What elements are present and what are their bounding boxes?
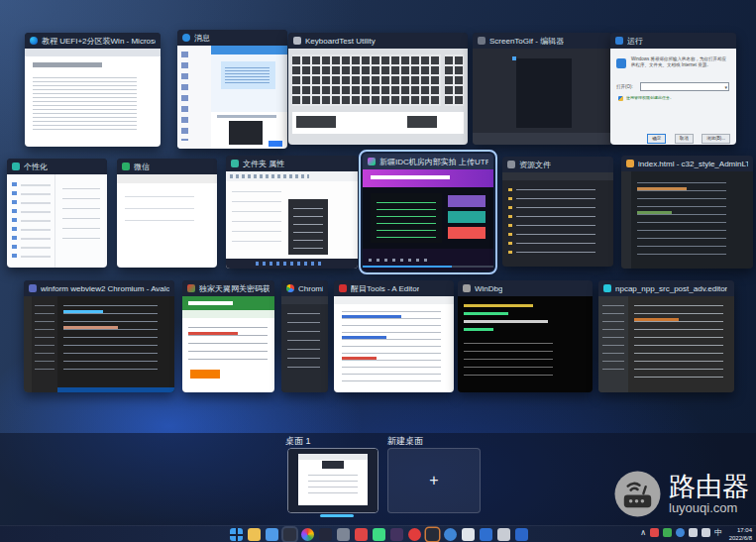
- window-preview: [25, 49, 161, 147]
- ime-icon[interactable]: 中: [714, 528, 722, 537]
- window-preview: [598, 296, 734, 392]
- window-titlebar: 醒目Tools - A Editor: [334, 280, 454, 296]
- window-windbg[interactable]: WinDbg: [458, 280, 593, 392]
- video-player-icon: [368, 158, 376, 165]
- window-titlebar: 个性化: [7, 159, 107, 174]
- color-wheel-icon[interactable]: [301, 528, 314, 541]
- cancel-button[interactable]: 取消: [675, 134, 694, 144]
- shield-icon: [618, 96, 623, 101]
- window-titlebar: index.html - c32_style_AdminLTE - Notepa…: [621, 156, 753, 171]
- window-keyboardtest[interactable]: KeyboardTest Utility: [288, 33, 468, 145]
- website-icon: [187, 284, 195, 292]
- window-gateway-tool-site[interactable]: 独家天翼网关密码获取工具: [182, 280, 274, 392]
- window-title: 文件夹 属性: [243, 159, 284, 169]
- window-preview: [226, 171, 358, 269]
- run-icon: [615, 37, 623, 45]
- dark-app-icon[interactable]: [319, 528, 332, 541]
- window-preview: [621, 171, 753, 269]
- window-title: 醒目Tools - A Editor: [351, 283, 419, 294]
- window-title: 新疆IDC机房内部实拍 上传UTP双绞线 布线实况: [379, 157, 488, 167]
- window-notepadpp[interactable]: index.html - c32_style_AdminLTE - Notepa…: [621, 156, 753, 269]
- red-tray-icon[interactable]: [650, 528, 659, 537]
- taskbar-clock[interactable]: 17:04 2022/6/8: [729, 527, 752, 542]
- watermark-title: 路由器: [669, 473, 749, 500]
- task-view-icon[interactable]: [283, 528, 296, 541]
- window-wechat[interactable]: 微信: [117, 159, 217, 268]
- ok-button[interactable]: 确定: [647, 134, 666, 144]
- window-editor-docs[interactable]: 醒目Tools - A Editor: [334, 280, 454, 392]
- window-title: 教程 UEFI+2分区装Win - Microsoft Edge: [42, 36, 156, 47]
- blue-tool-icon[interactable]: [266, 528, 278, 541]
- window-preview: [288, 49, 468, 145]
- window-qq-chat[interactable]: 消息: [177, 30, 287, 149]
- active-window-app-icon[interactable]: [426, 528, 439, 541]
- window-titlebar: KeyboardTest Utility: [288, 33, 468, 49]
- run-buttons: 确定 取消 浏览(B)...: [643, 126, 730, 144]
- blue-app-icon[interactable]: [515, 528, 528, 541]
- plus-icon: +: [429, 472, 438, 489]
- keyboard-icon: [293, 37, 301, 45]
- green-chat-icon[interactable]: [373, 528, 385, 541]
- window-personalization[interactable]: 个性化: [7, 159, 107, 268]
- desktop-1-thumbnail[interactable]: [287, 448, 378, 513]
- window-title: 运行: [627, 36, 643, 47]
- chevron-down-icon[interactable]: ▾: [724, 84, 727, 90]
- window-video-player-selected[interactable]: 新疆IDC机房内部实拍 上传UTP双绞线 布线实况: [363, 154, 493, 271]
- hidden-icons-chevron[interactable]: ∧: [640, 528, 646, 537]
- start-icon[interactable]: [230, 528, 243, 541]
- clock-date: 2022/6/8: [729, 535, 752, 542]
- window-titlebar: Chromium: [281, 280, 328, 296]
- window-preview: [7, 174, 107, 268]
- window-folder-properties[interactable]: 文件夹 属性: [226, 156, 358, 269]
- new-desktop-button[interactable]: +: [387, 448, 481, 513]
- window-titlebar: winform webview2 Chromium - Avalonia web…: [24, 280, 174, 296]
- router-logo-icon: [614, 471, 661, 517]
- window-title: 消息: [194, 33, 210, 44]
- watermark-text: 路由器 luyouqi.com: [669, 473, 749, 515]
- window-titlebar: 新疆IDC机房内部实拍 上传UTP双绞线 布线实况: [363, 154, 493, 169]
- volume-icon[interactable]: [702, 528, 710, 537]
- globe-tray-icon[interactable]: [676, 528, 685, 537]
- watermark-domain: luyouqi.com: [669, 500, 749, 515]
- globe-app-icon[interactable]: [444, 528, 457, 541]
- printer-app-icon[interactable]: [497, 528, 510, 541]
- task-view-screen: 教程 UEFI+2分区装Win - Microsoft Edge 消息 Keyb…: [0, 0, 756, 542]
- desktop-1-preview: [288, 449, 378, 512]
- window-preview: [363, 169, 493, 271]
- window-preview: [24, 296, 174, 392]
- window-titlebar: 微信: [117, 159, 217, 174]
- window-titlebar: npcap_npp_src_post_adv.editor: [598, 280, 734, 296]
- run-open-input[interactable]: ▾: [640, 82, 729, 91]
- folder-icon: [231, 160, 239, 167]
- edge-icon: [30, 37, 38, 45]
- window-vscode-webview2[interactable]: winform webview2 Chromium - Avalonia web…: [24, 280, 174, 392]
- window-resource-files[interactable]: 资源文件: [502, 157, 613, 267]
- clock-time: 17:04: [729, 527, 752, 535]
- green-tray-icon[interactable]: [663, 528, 672, 537]
- files-app-icon[interactable]: [337, 528, 350, 541]
- chrome-icon: [286, 284, 294, 292]
- red-circle-app-icon[interactable]: [408, 528, 421, 541]
- window-titlebar: 文件夹 属性: [226, 156, 358, 171]
- window-titlebar: 教程 UEFI+2分区装Win - Microsoft Edge: [25, 33, 161, 49]
- window-preview: [473, 49, 612, 145]
- monitor-app-icon[interactable]: [462, 528, 475, 541]
- window-run-dialog[interactable]: 运行 Windows 将根据你所输入的名称，为你打开相应的程序、文件夹、文档或 …: [610, 33, 736, 145]
- window-chromium[interactable]: Chromium: [281, 280, 328, 392]
- purple-app-icon[interactable]: [390, 528, 403, 541]
- window-titlebar: 资源文件: [502, 157, 613, 172]
- window-title: npcap_npp_src_post_adv.editor: [615, 284, 727, 293]
- watermark: 路由器 luyouqi.com: [614, 471, 749, 517]
- browse-button[interactable]: 浏览(B)...: [702, 134, 730, 144]
- window-preview: [458, 296, 593, 392]
- run-admin-note: 使用管理权限创建此任务。: [626, 95, 730, 100]
- network-icon[interactable]: [689, 528, 698, 537]
- window-title: Chromium: [298, 284, 323, 293]
- red-app-icon[interactable]: [355, 528, 368, 541]
- window-screentogif[interactable]: ScreenToGif - 编辑器: [473, 33, 612, 145]
- terminal-app-icon[interactable]: [480, 528, 492, 541]
- window-edge-tutorial[interactable]: 教程 UEFI+2分区装Win - Microsoft Edge: [25, 33, 161, 147]
- file-explorer-icon[interactable]: [248, 528, 261, 541]
- window-npcap-editor[interactable]: npcap_npp_src_post_adv.editor: [598, 280, 734, 392]
- settings-icon: [12, 163, 20, 170]
